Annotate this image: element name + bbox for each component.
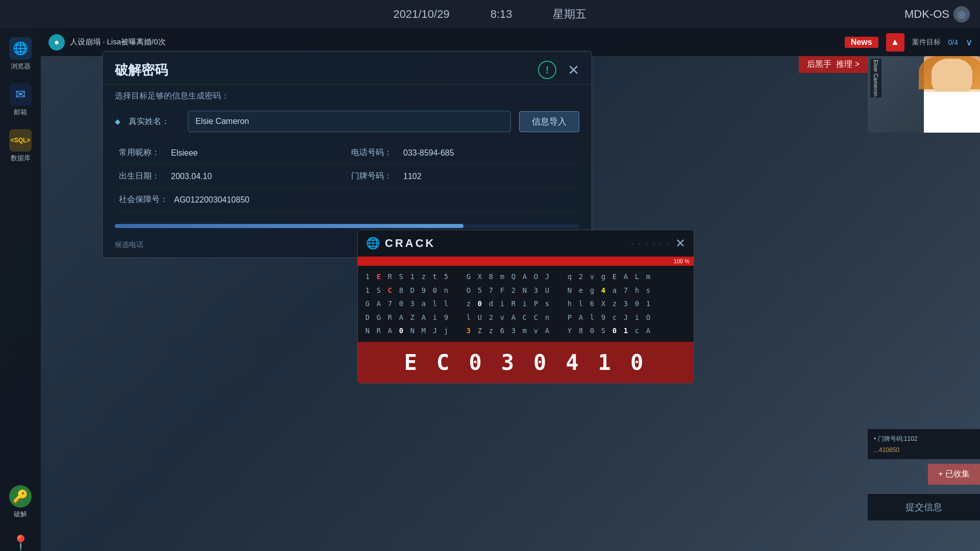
topbar-weekday: 星期五 bbox=[553, 7, 586, 22]
sidebar-label-browser: 浏览器 bbox=[11, 62, 31, 71]
topbar: 2021/10/29 8:13 星期五 MDK-OS ◎ bbox=[0, 0, 980, 28]
matrix-row-4: N R A 0 N M J j 3 Z z 6 3 m v A Y 8 0 S … bbox=[364, 324, 688, 338]
reason-arrow: > bbox=[855, 60, 860, 68]
reason-label: 推理 bbox=[836, 60, 852, 68]
right-panel: Elsie Cameron bbox=[868, 56, 980, 133]
topbar-date: 2021/10/29 bbox=[394, 8, 450, 21]
nickname-label: 常用昵称： bbox=[119, 147, 165, 158]
matrix-row-3: D G R A Z A i 9 l U 2 v A C C n P A l 9 … bbox=[364, 311, 688, 324]
expand-button[interactable]: ∨ bbox=[966, 37, 972, 48]
submit-button[interactable]: 提交信息 bbox=[868, 493, 980, 520]
birthday-value: 2003.04.10 bbox=[171, 172, 212, 181]
real-name-value: Elsie Cameron bbox=[188, 111, 511, 132]
matrix-row-1: 1 S C 8 D 9 0 n O 5 7 F 2 N 3 U N e g 4 … bbox=[364, 284, 688, 297]
header-title: 人设崩塌 · Lisa被曝离婚/0次 bbox=[70, 37, 840, 47]
crack-popup-close[interactable]: ✕ bbox=[675, 236, 685, 251]
result-char-0b: 0 bbox=[533, 350, 550, 375]
crack-result-bar: E C 0 3 0 4 1 0 bbox=[358, 342, 694, 383]
mail-icon: ✉ bbox=[9, 83, 32, 106]
nickname-cell: 常用昵称： Elsieee bbox=[115, 141, 347, 165]
result-char-E: E bbox=[404, 350, 421, 375]
collected-button[interactable]: + 已收集 bbox=[928, 464, 980, 485]
sidebar-label-db: 数据库 bbox=[11, 154, 31, 163]
culprit-label: 后黑手 bbox=[807, 60, 831, 68]
crack-dialog: 破解密码 ! ✕ 选择目标足够的信息生成密码： ◆ 真实姓名： Elsie Ca… bbox=[102, 51, 592, 258]
sidebar-item-db[interactable]: <SQL> 数据库 bbox=[0, 125, 41, 167]
alert-button[interactable]: ▲ bbox=[886, 33, 904, 52]
brand-name: MDK-OS bbox=[904, 8, 949, 21]
target-label: 案件目标 bbox=[912, 38, 941, 47]
crack-dialog-close[interactable]: ✕ bbox=[568, 62, 579, 79]
dialog-header: 破解密码 ! ✕ bbox=[103, 52, 592, 85]
info-icon: ! bbox=[538, 61, 556, 79]
door-label: 门牌号码： bbox=[351, 171, 397, 182]
sidebar: 🌐 浏览器 ✉ 邮箱 <SQL> 数据库 🔑 破解 📍 追踪 bbox=[0, 28, 41, 551]
info-grid: 常用昵称： Elsieee 电话号码： 033-8594-685 出生日期： 2… bbox=[103, 136, 592, 217]
collected-item-ssn: ...410850 bbox=[874, 445, 974, 455]
dialog-subtitle: 选择目标足够的信息生成密码： bbox=[103, 85, 592, 107]
matrix-grid: 1 E R S 1 z t 5 G X 8 m Q A O J q 2 v g … bbox=[358, 266, 694, 342]
diamond-icon: ◆ bbox=[115, 117, 120, 126]
db-icon: <SQL> bbox=[9, 129, 32, 152]
sidebar-label-crack: 破解 bbox=[14, 510, 27, 519]
result-char-0a: 0 bbox=[469, 350, 485, 375]
reason-button[interactable]: 后黑手 推理 > bbox=[799, 56, 868, 73]
door-value: 1102 bbox=[403, 172, 422, 181]
phone-value: 033-8594-685 bbox=[403, 148, 454, 158]
sidebar-label-mail: 邮箱 bbox=[14, 108, 27, 117]
target-count: 0/4 bbox=[948, 38, 958, 46]
sidebar-item-browser[interactable]: 🌐 浏览器 bbox=[0, 33, 41, 75]
matrix-row-2: G A 7 0 3 a l l z 0 d i R i P s h l 6 X … bbox=[364, 297, 688, 311]
door-cell: 门牌号码： 1102 bbox=[347, 165, 579, 188]
footer-text: 候选电话 bbox=[115, 240, 143, 249]
crack-popup: 🌐 CRACK · · · · · · ✕ 100 % 1 E R S 1 z … bbox=[357, 230, 694, 384]
nickname-value: Elsieee bbox=[171, 148, 198, 158]
suspect-card: Elsie Cameron bbox=[868, 56, 980, 133]
phone-cell: 电话号码： 033-8594-685 bbox=[347, 141, 579, 165]
globe-icon: 🌐 bbox=[366, 237, 380, 250]
header-right: News ▲ 案件目标 0/4 ∨ bbox=[845, 33, 972, 52]
topbar-time: 8:13 bbox=[491, 8, 512, 21]
suspect-card-bg bbox=[868, 56, 980, 133]
collected-item-door: • 门牌号码:1102 bbox=[874, 433, 974, 445]
crack-progress-label: 100 % bbox=[674, 258, 690, 264]
birthday-cell: 出生日期： 2003.04.10 bbox=[115, 165, 347, 188]
ssn-value: AG01220030410850 bbox=[174, 195, 250, 205]
sidebar-item-track[interactable]: 📍 追踪 bbox=[0, 527, 41, 551]
news-badge[interactable]: News bbox=[845, 37, 878, 48]
crack-popup-title: CRACK bbox=[385, 237, 626, 250]
crack-dots: · · · · · · bbox=[631, 239, 670, 247]
matrix-row-0: 1 E R S 1 z t 5 G X 8 m Q A O J q 2 v g … bbox=[364, 270, 688, 284]
birthday-label: 出生日期： bbox=[119, 171, 165, 182]
crack-icon: 🔑 bbox=[9, 485, 32, 508]
result-char-C: C bbox=[436, 350, 453, 375]
progress-bar-bg bbox=[115, 224, 579, 228]
collected-panel: • 门牌号码:1102 ...410850 bbox=[868, 429, 980, 459]
real-name-label: 真实姓名： bbox=[129, 116, 180, 127]
ssn-cell: 社会保障号： AG01220030410850 bbox=[115, 188, 579, 212]
sidebar-item-mail[interactable]: ✉ 邮箱 bbox=[0, 79, 41, 121]
result-char-4: 4 bbox=[566, 350, 582, 375]
real-name-row: ◆ 真实姓名： Elsie Cameron 信息导入 bbox=[103, 107, 592, 136]
result-char-0c: 0 bbox=[630, 350, 647, 375]
header-logo: ● bbox=[48, 34, 65, 51]
sidebar-item-crack[interactable]: 🔑 破解 bbox=[0, 481, 41, 523]
brand-logo: ◎ bbox=[953, 6, 970, 22]
track-icon: 📍 bbox=[9, 531, 32, 551]
crack-progress-bar: 100 % bbox=[358, 257, 694, 266]
crack-popup-header: 🌐 CRACK · · · · · · ✕ bbox=[358, 230, 694, 257]
ssn-label: 社会保障号： bbox=[119, 194, 168, 205]
topbar-brand: MDK-OS ◎ bbox=[904, 6, 970, 22]
progress-bar-fill bbox=[115, 224, 463, 228]
browser-icon: 🌐 bbox=[9, 37, 32, 60]
result-char-1: 1 bbox=[598, 350, 615, 375]
phone-label: 电话号码： bbox=[351, 147, 397, 158]
dialog-title: 破解密码 bbox=[115, 61, 532, 79]
import-button[interactable]: 信息导入 bbox=[519, 111, 579, 132]
result-char-3: 3 bbox=[501, 350, 518, 375]
suspect-name-tag: Elsie Cameron bbox=[870, 59, 881, 97]
